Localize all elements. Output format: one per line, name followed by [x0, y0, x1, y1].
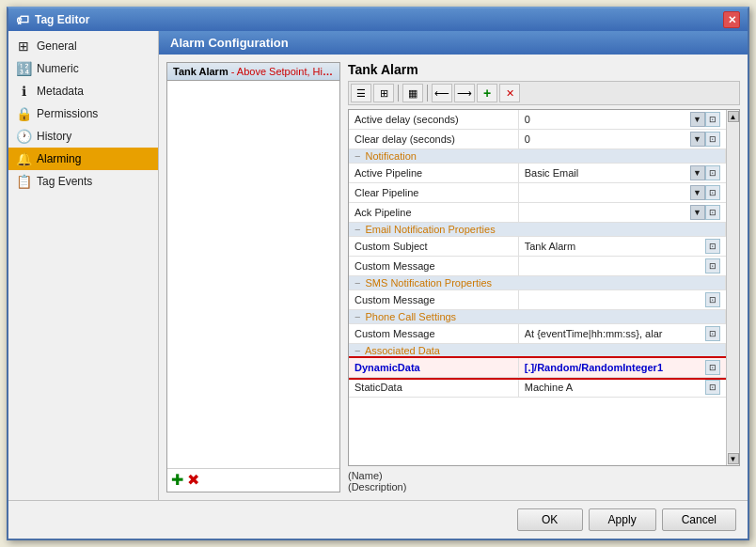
sidebar-item-alarming[interactable]: 🔔 Alarming: [8, 148, 158, 170]
toolbar-sep-1: [398, 85, 399, 102]
right-panel-title: Tank Alarm: [348, 62, 740, 77]
cell-edit-button[interactable]: ⊡: [705, 205, 720, 220]
cell-value: Basic Email: [525, 167, 690, 179]
cell-edit-button[interactable]: ⊡: [705, 292, 720, 307]
dropdown-button[interactable]: ▼: [690, 112, 705, 127]
table-row[interactable]: Custom Subject Tank Alarm⊡: [349, 237, 726, 257]
delete-property-button[interactable]: ✕: [499, 84, 520, 102]
prop-label: Active Pipeline: [349, 164, 518, 183]
scrollbar[interactable]: ▲ ▼: [726, 110, 739, 465]
prop-label: Custom Message: [349, 257, 518, 276]
prop-value[interactable]: At {eventTime|hh:mm:ss}, alar⊡: [518, 324, 725, 344]
sidebar-label-permissions: Permissions: [37, 107, 98, 120]
alarm-list-footer: ✚ ✖: [167, 468, 339, 492]
dropdown-button[interactable]: ▼: [690, 165, 705, 180]
dropdown-button[interactable]: ▼: [690, 205, 705, 220]
dropdown-button[interactable]: ▼: [690, 132, 705, 147]
cell-value: At {eventTime|hh:mm:ss}, alar: [525, 328, 705, 339]
value-cell: ⊡: [525, 292, 720, 307]
dropdown-button[interactable]: ▼: [690, 185, 705, 200]
sidebar-label-history: History: [37, 130, 71, 143]
prop-value[interactable]: ▼⊡: [518, 183, 725, 203]
sidebar-item-general[interactable]: ⊞ General: [8, 35, 158, 57]
numeric-icon: 🔢: [16, 61, 31, 76]
cell-edit-button[interactable]: ⊡: [705, 326, 720, 341]
table-row[interactable]: StaticData Machine A⊡: [349, 378, 726, 398]
ok-button[interactable]: OK: [517, 508, 583, 531]
sidebar-item-numeric[interactable]: 🔢 Numeric: [8, 57, 158, 80]
main-window: 🏷 Tag Editor ✕ ⊞ General 🔢 Numeric ℹ Met…: [7, 7, 749, 540]
prop-label: Active delay (seconds): [349, 110, 518, 130]
alarming-icon: 🔔: [16, 151, 31, 166]
close-button[interactable]: ✕: [723, 11, 740, 28]
table-row[interactable]: Clear Pipeline ▼⊡: [349, 183, 726, 203]
table-row[interactable]: DynamicData [.]/Random/RandomInteger1⊡: [349, 358, 726, 378]
apply-button[interactable]: Apply: [589, 508, 656, 531]
alarm-list-subtitle: - Above Setpoint, High: [231, 66, 334, 77]
scroll-up-button[interactable]: ▲: [728, 111, 739, 122]
list-view-button[interactable]: ☰: [351, 84, 371, 102]
cell-edit-button[interactable]: ⊡: [705, 165, 720, 180]
section-toggle-icon: −: [354, 224, 360, 235]
cell-edit-button[interactable]: ⊡: [705, 185, 720, 200]
table-row[interactable]: Custom Message At {eventTime|hh:mm:ss}, …: [349, 324, 726, 344]
name-label: (Name): [348, 470, 740, 481]
section-label: Associated Data: [365, 345, 440, 356]
prop-value[interactable]: ▼⊡: [518, 203, 725, 223]
sidebar-item-history[interactable]: 🕐 History: [8, 125, 158, 148]
prop-value[interactable]: 0▼⊡: [518, 130, 725, 149]
prop-label: Clear delay (seconds): [349, 130, 518, 149]
table-row[interactable]: − SMS Notification Properties: [349, 276, 726, 290]
sidebar-item-metadata[interactable]: ℹ Metadata: [8, 80, 158, 102]
prop-value[interactable]: Machine A⊡: [518, 378, 725, 398]
table-row[interactable]: Custom Message ⊡: [349, 290, 726, 310]
cell-edit-button[interactable]: ⊡: [705, 132, 720, 147]
cancel-button[interactable]: Cancel: [662, 508, 736, 531]
cell-edit-button[interactable]: ⊡: [705, 112, 720, 127]
prop-value[interactable]: 0▼⊡: [518, 110, 725, 130]
general-icon: ⊞: [16, 39, 31, 54]
remove-alarm-button[interactable]: ✖: [187, 473, 199, 488]
sidebar-label-alarming: Alarming: [37, 152, 81, 165]
prop-value[interactable]: ⊡: [518, 290, 725, 310]
add-alarm-button[interactable]: ✚: [171, 473, 183, 488]
move-right-button[interactable]: ⟶: [454, 84, 475, 102]
prop-value[interactable]: [.]/Random/RandomInteger1⊡: [518, 358, 725, 378]
section-label: Phone Call Settings: [366, 311, 457, 322]
table-row[interactable]: Custom Message ⊡: [349, 257, 726, 276]
alarm-config-body: Tank Alarm - Above Setpoint, High ✚ ✖ Ta…: [159, 55, 748, 500]
table-row[interactable]: − Notification: [349, 149, 726, 164]
sidebar-item-tag-events[interactable]: 📋 Tag Events: [8, 170, 158, 193]
alarm-list-header: Tank Alarm - Above Setpoint, High: [167, 63, 339, 81]
scroll-down-button[interactable]: ▼: [728, 453, 739, 464]
sidebar: ⊞ General 🔢 Numeric ℹ Metadata 🔒 Permiss…: [8, 31, 159, 500]
alarm-list-body: [167, 81, 339, 468]
section-toggle-icon: −: [354, 277, 360, 289]
add-property-button[interactable]: +: [477, 84, 497, 102]
table-row[interactable]: Clear delay (seconds) 0▼⊡: [349, 130, 726, 149]
prop-value[interactable]: Tank Alarm⊡: [518, 237, 725, 257]
value-cell: Machine A⊡: [525, 380, 720, 395]
table-view-button[interactable]: ▦: [402, 84, 423, 102]
table-row[interactable]: Active delay (seconds) 0▼⊡: [349, 110, 726, 130]
table-row[interactable]: − Associated Data: [349, 344, 726, 358]
cell-edit-button[interactable]: ⊡: [705, 258, 720, 274]
detail-view-button[interactable]: ⊞: [373, 84, 394, 102]
toolbar: ☰ ⊞ ▦ ⟵ ⟶ + ✕: [348, 81, 740, 105]
prop-value[interactable]: Basic Email▼⊡: [518, 164, 725, 183]
desc-label: (Description): [348, 481, 740, 492]
prop-value[interactable]: ⊡: [518, 257, 725, 276]
value-cell: ▼⊡: [525, 205, 720, 220]
table-row[interactable]: Ack Pipeline ▼⊡: [349, 203, 726, 223]
cell-edit-button[interactable]: ⊡: [705, 239, 720, 254]
table-row[interactable]: − Phone Call Settings: [349, 310, 726, 324]
properties-container: Active delay (seconds) 0▼⊡ Clear delay (…: [348, 109, 740, 466]
sidebar-item-permissions[interactable]: 🔒 Permissions: [8, 102, 158, 125]
table-row[interactable]: − Email Notification Properties: [349, 223, 726, 237]
titlebar: 🏷 Tag Editor ✕: [8, 8, 748, 31]
table-row[interactable]: Active Pipeline Basic Email▼⊡: [349, 164, 726, 183]
cell-edit-button[interactable]: ⊡: [705, 380, 720, 395]
cell-edit-button[interactable]: ⊡: [705, 360, 720, 375]
move-left-button[interactable]: ⟵: [432, 84, 452, 102]
value-cell: ▼⊡: [525, 185, 720, 200]
